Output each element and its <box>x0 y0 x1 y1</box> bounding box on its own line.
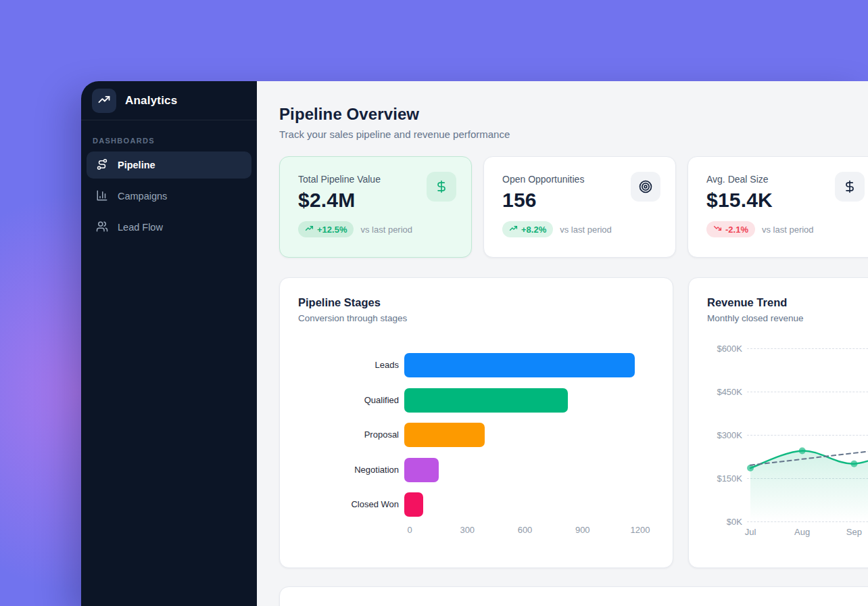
bar-track <box>404 458 635 482</box>
kpi-card-open-opportunities: Open Opportunities 156 +8.2% vs last per… <box>483 156 676 258</box>
y-tick-label: $600K <box>707 344 742 354</box>
dollar-icon <box>835 172 865 202</box>
kpi-row: Total Pipeline Value $2.4M +12.5% vs las… <box>279 156 868 258</box>
kpi-foot: +8.2% vs last period <box>502 221 657 237</box>
revenue-area <box>750 445 868 521</box>
revenue-trend-x-axis: JulAugSep <box>747 527 868 539</box>
chart-title: Revenue Trend <box>707 296 868 309</box>
y-tick-label: $300K <box>707 430 742 440</box>
bar-category-label: Closed Won <box>298 499 404 510</box>
x-tick-label: Aug <box>794 527 810 537</box>
revenue-trend-card: Revenue Trend Monthly closed revenue $60… <box>688 277 868 568</box>
delta-value: +12.5% <box>317 225 347 235</box>
sidebar-item-label: Campaigns <box>118 191 167 202</box>
sidebar-item-label: Pipeline <box>118 160 155 170</box>
bar-chart-icon <box>96 189 108 204</box>
users-icon <box>96 220 108 235</box>
y-tick-label: $0K <box>707 517 742 527</box>
trending-down-icon <box>713 224 722 235</box>
revenue-point[interactable] <box>799 447 806 454</box>
kpi-foot: -2.1% vs last period <box>706 221 861 237</box>
sidebar: Analytics DASHBOARDS Pipeline <box>81 81 257 606</box>
trending-up-icon <box>97 93 111 109</box>
revenue-trend-plot: $600K$450K$300K$150K$0K <box>707 348 868 521</box>
bar-category-label: Leads <box>298 360 404 371</box>
kpi-card-avg-deal-size: Avg. Deal Size $15.4K -2.1% vs last peri… <box>688 156 868 258</box>
bar-row-proposal: Proposal <box>298 423 654 447</box>
page-subtitle: Track your sales pipeline and revenue pe… <box>279 129 868 140</box>
trending-up-icon <box>305 224 314 235</box>
dollar-icon <box>427 172 456 202</box>
logo-row: Analytics <box>81 81 257 120</box>
pipeline-stages-x-axis: 03006009001200 <box>410 525 640 537</box>
bar-track <box>404 423 635 447</box>
y-tick-label: $150K <box>707 473 742 484</box>
bar-track <box>404 492 635 517</box>
bar-closed-won[interactable] <box>404 492 423 517</box>
sidebar-section-label: DASHBOARDS <box>93 137 257 145</box>
bar-qualified[interactable] <box>404 388 568 413</box>
kpi-foot: +12.5% vs last period <box>298 221 453 237</box>
bar-row-qualified: Qualified <box>298 388 654 413</box>
x-tick-label: Sep <box>846 527 862 537</box>
x-tick-label: 600 <box>518 525 533 535</box>
chart-subtitle: Conversion through stages <box>298 313 654 323</box>
bar-row-closed-won: Closed Won <box>298 492 654 517</box>
sidebar-item-pipeline[interactable]: Pipeline <box>87 152 251 179</box>
app-window: Analytics DASHBOARDS Pipeline <box>81 81 868 606</box>
bar-row-leads: Leads <box>298 353 654 377</box>
charts-row: Pipeline Stages Conversion through stage… <box>279 277 868 568</box>
bar-track <box>404 353 635 377</box>
target-icon <box>631 172 660 202</box>
bar-leads[interactable] <box>404 353 635 377</box>
kpi-period: vs last period <box>360 225 412 235</box>
sidebar-item-lead-flow[interactable]: Lead Flow <box>87 214 251 241</box>
sidebar-nav: Pipeline Campaigns Lead Flow <box>81 152 257 241</box>
pipeline-stages-plot: LeadsQualifiedProposalNegotiationClosed … <box>298 353 654 517</box>
page-title: Pipeline Overview <box>279 105 868 124</box>
x-tick-label: 1200 <box>631 525 650 535</box>
sidebar-item-label: Lead Flow <box>118 222 163 233</box>
x-tick-label: 300 <box>460 525 475 535</box>
sidebar-item-campaigns[interactable]: Campaigns <box>87 183 251 210</box>
bar-track <box>404 388 635 413</box>
kpi-card-total-pipeline-value: Total Pipeline Value $2.4M +12.5% vs las… <box>279 156 472 258</box>
bar-negotiation[interactable] <box>404 458 439 482</box>
trending-up-icon <box>509 224 518 235</box>
app-title: Analytics <box>125 94 177 108</box>
chart-title: Pipeline Stages <box>298 296 654 309</box>
delta-badge: -2.1% <box>706 221 755 237</box>
chart-subtitle: Monthly closed revenue <box>707 313 868 323</box>
delta-badge: +8.2% <box>502 221 553 237</box>
route-icon <box>96 158 108 172</box>
bar-proposal[interactable] <box>404 423 485 447</box>
bar-category-label: Proposal <box>298 429 404 440</box>
bar-category-label: Negotiation <box>298 465 404 475</box>
x-tick-label: 0 <box>407 525 412 535</box>
revenue-point[interactable] <box>850 461 857 467</box>
x-tick-label: 900 <box>575 525 590 535</box>
gridline <box>747 521 868 522</box>
partial-card <box>279 586 868 606</box>
kpi-period: vs last period <box>762 225 814 235</box>
kpi-period: vs last period <box>560 225 612 235</box>
delta-badge: +12.5% <box>298 221 354 237</box>
y-tick-label: $450K <box>707 387 742 397</box>
main-content: Pipeline Overview Track your sales pipel… <box>257 81 868 606</box>
delta-value: -2.1% <box>725 225 748 235</box>
x-tick-label: Jul <box>745 527 756 537</box>
bar-category-label: Qualified <box>298 395 404 406</box>
delta-value: +8.2% <box>521 225 546 235</box>
pipeline-stages-card: Pipeline Stages Conversion through stage… <box>279 277 673 568</box>
analytics-logo <box>92 89 116 113</box>
revenue-trend-series <box>747 348 868 521</box>
bar-row-negotiation: Negotiation <box>298 458 654 482</box>
